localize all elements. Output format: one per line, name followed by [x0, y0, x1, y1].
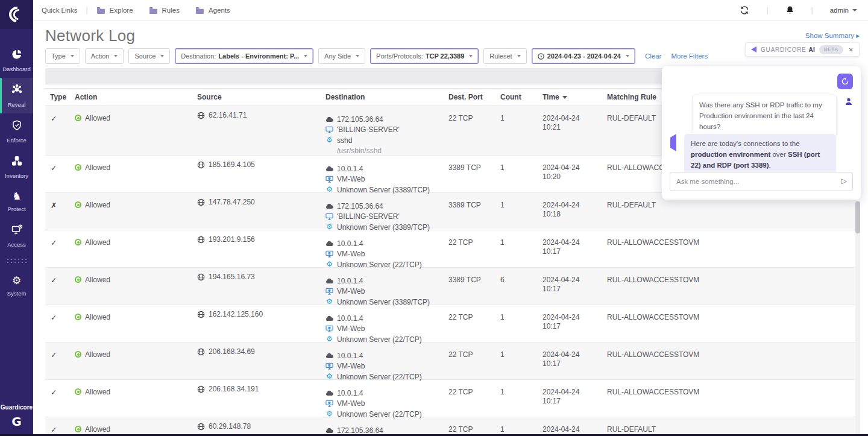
filter-label: Action: [91, 52, 110, 60]
chevron-down-icon: [517, 55, 521, 57]
dest-process-path: /usr/sbin/sshd: [337, 146, 448, 156]
guardicore-ai-logo-icon: [751, 46, 756, 52]
table-row[interactable]: ✓ Allowed 162.142.125.160 10.0.1.4 VM-We…: [45, 305, 857, 343]
action-label: Allowed: [85, 388, 110, 396]
nav-item-rules[interactable]: Rules: [149, 7, 180, 14]
source-ip: 62.16.41.71: [209, 111, 247, 119]
send-icon[interactable]: ▷: [841, 177, 847, 185]
type-check-icon: ✓: [45, 106, 75, 156]
matching-rule: RUL-ALLOWACCESSTOVM: [607, 305, 857, 345]
sidebar-item-reveal[interactable]: Reveal: [0, 78, 33, 113]
cloud-icon: [326, 353, 333, 359]
cloud-icon: [326, 241, 333, 247]
count: 1: [500, 156, 542, 195]
sidebar-item-dashboard[interactable]: Dashboard: [0, 42, 33, 78]
sidebar-label: Dashboard: [2, 66, 30, 72]
user-menu[interactable]: admin: [830, 7, 857, 14]
table-row[interactable]: ✓ Allowed 206.168.34.69 10.0.1.4 VM-Web …: [45, 343, 857, 380]
filter-any-side[interactable]: Any Side: [318, 48, 365, 64]
table-row[interactable]: ✓ Allowed 60.29.148.78 172.105.36.64 'BI…: [45, 417, 857, 436]
type-check-icon: ✓: [45, 305, 75, 345]
show-summary-link[interactable]: Show Summary ▸: [805, 31, 860, 40]
globe-icon: [197, 161, 205, 169]
col-time[interactable]: Time: [542, 93, 607, 101]
filter-label: Type: [51, 52, 66, 60]
ask-input-wrap: ▷: [670, 172, 853, 191]
username: admin: [830, 7, 849, 14]
cloud-icon: [326, 166, 333, 172]
guardicore-ai-chip[interactable]: GUARDICORE AI BETA ✕: [745, 42, 860, 57]
table-row[interactable]: ✓ Allowed 206.168.34.191 10.0.1.4 VM-Web…: [45, 380, 857, 417]
matching-rule: RUL-ALLOWACCESSTOVM: [607, 380, 857, 420]
vertical-scrollbar[interactable]: [855, 201, 860, 436]
dest-ip: 10.0.1.4: [337, 352, 363, 360]
chevron-down-icon: [71, 55, 74, 57]
shield-icon: [11, 119, 23, 134]
reply-text: over: [770, 151, 788, 158]
allowed-icon: [75, 239, 81, 245]
filter-label: Destination:: [181, 52, 216, 60]
filter-ruleset[interactable]: Ruleset: [483, 48, 526, 64]
sidebar-item-inventory[interactable]: Inventory: [0, 149, 33, 185]
filter-label: Ruleset: [489, 52, 512, 60]
action-label: Allowed: [85, 350, 110, 359]
nav-divider: |: [86, 6, 87, 14]
table-row[interactable]: ✓ Allowed 194.165.16.73 10.0.1.4 VM-Web …: [45, 268, 857, 305]
reply-bold: production environment: [691, 151, 770, 158]
col-destination[interactable]: Destination: [326, 93, 448, 101]
more-filters-link[interactable]: More Filters: [671, 52, 708, 60]
count: 1: [500, 343, 542, 382]
nav-item-explore[interactable]: Explore: [96, 7, 133, 14]
clear-filters-link[interactable]: Clear: [645, 52, 661, 60]
event-time: 10:20: [542, 172, 607, 182]
user-avatar-icon: [845, 97, 852, 108]
sidebar-item-access[interactable]: Access: [0, 218, 33, 253]
type-check-icon: ✓: [45, 230, 75, 270]
reset-conversation-button[interactable]: [837, 74, 853, 89]
knight-icon: ♞: [12, 191, 21, 203]
matching-rule: RUL-ALLOWACCESSTOVM: [607, 230, 857, 270]
nav-divider: |: [766, 6, 768, 14]
col-count[interactable]: Count: [500, 93, 542, 101]
chevron-down-icon: [626, 55, 629, 57]
col-type[interactable]: Type: [45, 93, 75, 101]
filter-type[interactable]: Type: [45, 48, 80, 64]
filter-destination[interactable]: Destination:Labels - Environment: P...: [175, 48, 313, 64]
chevron-right-icon: ▸: [856, 32, 860, 39]
sidebar-item-protect[interactable]: ♞ Protect: [0, 185, 33, 218]
sidebar-item-system[interactable]: ⚙ System: [0, 269, 33, 302]
quick-links-menu[interactable]: Quick Links: [42, 7, 77, 14]
notifications-bell-icon[interactable]: [785, 5, 794, 15]
ask-input[interactable]: [670, 172, 853, 191]
scrollbar-thumb[interactable]: [855, 201, 860, 233]
filter-ports-protocols[interactable]: Ports/Protocols:TCP 22,3389: [370, 48, 479, 64]
dest-asset: 'BILLING-SERVER': [337, 212, 400, 221]
refresh-icon[interactable]: [740, 6, 749, 14]
nav-item-agents[interactable]: Agents: [195, 7, 230, 14]
sidebar-item-enforce[interactable]: Enforce: [0, 113, 33, 149]
guardicore-logo[interactable]: [0, 0, 33, 29]
dest-ip: 10.0.1.4: [337, 277, 363, 285]
filter-action[interactable]: Action: [85, 48, 124, 64]
sidebar-label: System: [7, 290, 27, 297]
col-dest-port[interactable]: Dest. Port: [448, 93, 500, 101]
dest-port: 22 TCP: [448, 343, 500, 382]
filter-source[interactable]: Source: [128, 48, 170, 64]
col-source[interactable]: Source: [197, 93, 326, 101]
dest-asset: VM-Web: [337, 287, 365, 295]
guardicore-ai-panel: Was there any SSH or RDP traffic to my P…: [662, 66, 861, 200]
type-check-icon: ✓: [45, 156, 75, 195]
table-row[interactable]: ✓ Allowed 193.201.9.156 10.0.1.4 VM-Web …: [45, 230, 857, 268]
dest-ip: 10.0.1.4: [337, 239, 363, 248]
action-label: Allowed: [85, 114, 110, 122]
nav-label: Explore: [110, 7, 133, 14]
filter-value: Labels - Environment: P...: [218, 52, 299, 60]
event-time: 10:18: [542, 210, 607, 219]
event-date: 2024-04-24: [542, 238, 607, 247]
chevron-down-icon: [852, 9, 857, 11]
filter-date-range[interactable]: 2024-04-23 - 2024-04-24: [532, 48, 635, 64]
globe-icon: [197, 385, 205, 393]
close-icon[interactable]: ✕: [849, 46, 854, 53]
type-check-icon: ✓: [45, 380, 75, 420]
col-action[interactable]: Action: [75, 93, 197, 101]
